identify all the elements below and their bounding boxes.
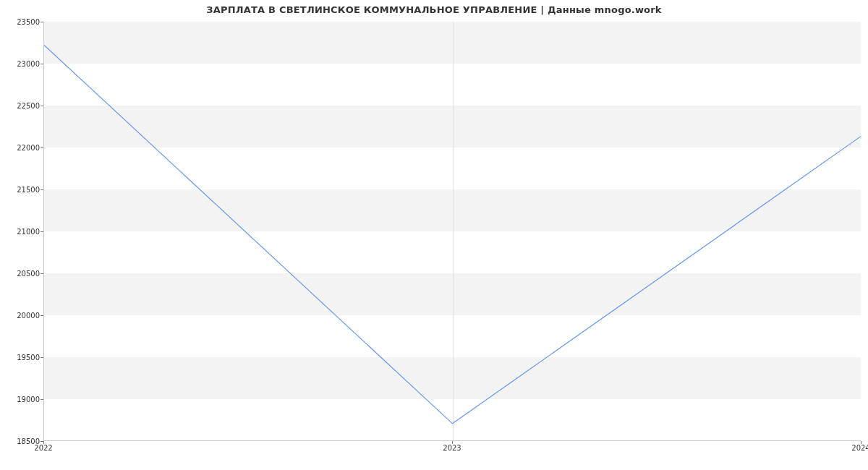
y-tick-label: 22000 bbox=[4, 144, 40, 152]
salary-series-line bbox=[44, 45, 861, 423]
y-tick-label: 21000 bbox=[4, 228, 40, 236]
y-tick-label: 21500 bbox=[4, 186, 40, 194]
plot-area bbox=[43, 22, 861, 441]
y-tick-label: 19500 bbox=[4, 354, 40, 362]
y-tick-label: 20500 bbox=[4, 270, 40, 278]
x-tick-mark bbox=[452, 441, 453, 444]
x-tick-mark bbox=[861, 441, 861, 444]
x-tick-label: 2024 bbox=[851, 444, 868, 452]
y-tick-label: 22500 bbox=[4, 102, 40, 110]
y-tick-label: 20000 bbox=[4, 312, 40, 320]
y-tick-label: 23500 bbox=[4, 18, 40, 26]
y-tick-label: 23000 bbox=[4, 60, 40, 68]
series-line-layer bbox=[44, 22, 861, 440]
x-tick-label: 2023 bbox=[443, 444, 461, 452]
x-tick-label: 2022 bbox=[34, 444, 52, 452]
x-tick-mark bbox=[43, 441, 44, 444]
chart-title: ЗАРПЛАТА В СВЕТЛИНСКОЕ КОММУНАЛЬНОЕ УПРА… bbox=[0, 4, 868, 15]
chart-container: ЗАРПЛАТА В СВЕТЛИНСКОЕ КОММУНАЛЬНОЕ УПРА… bbox=[0, 0, 868, 470]
y-tick-label: 19000 bbox=[4, 396, 40, 403]
